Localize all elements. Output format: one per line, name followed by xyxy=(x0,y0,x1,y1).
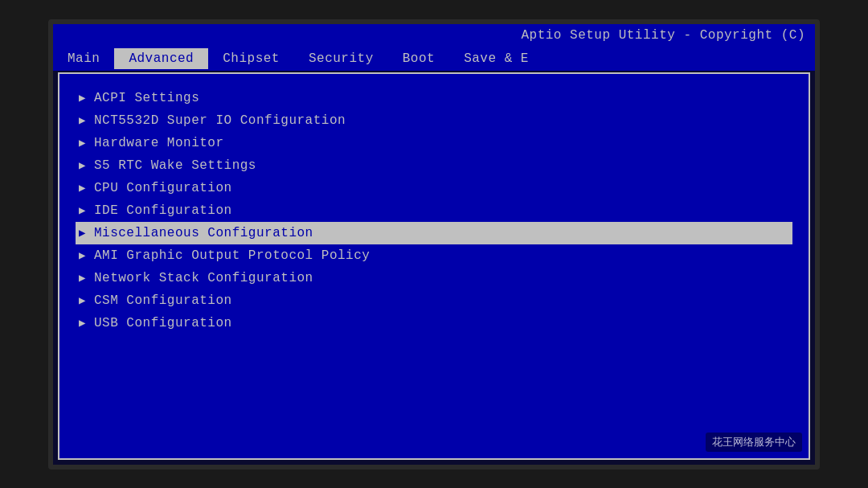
menu-item-label: Network Stack Configuration xyxy=(94,271,313,285)
arrow-icon: ▶ xyxy=(79,136,86,150)
arrow-icon: ▶ xyxy=(79,91,86,105)
menu-item[interactable]: ▶Hardware Monitor xyxy=(76,132,792,154)
nav-item-boot[interactable]: Boot xyxy=(388,48,449,69)
content-area: ▶ACPI Settings▶NCT5532D Super IO Configu… xyxy=(58,72,810,460)
nav-item-security[interactable]: Security xyxy=(294,48,388,69)
arrow-icon: ▶ xyxy=(79,316,86,330)
menu-item[interactable]: ▶Network Stack Configuration xyxy=(76,267,792,289)
menu-item[interactable]: ▶IDE Configuration xyxy=(76,199,792,222)
menu-item-label: AMI Graphic Output Protocol Policy xyxy=(94,248,370,263)
arrow-icon: ▶ xyxy=(79,248,86,262)
menu-item[interactable]: ▶AMI Graphic Output Protocol Policy xyxy=(76,244,792,267)
menu-item[interactable]: ▶CPU Configuration xyxy=(76,177,792,199)
menu-item-label: Miscellaneous Configuration xyxy=(94,226,313,240)
arrow-icon: ▶ xyxy=(79,226,86,240)
menu-item[interactable]: ▶ACPI Settings xyxy=(76,87,792,109)
arrow-icon: ▶ xyxy=(79,271,86,285)
monitor-frame: Aptio Setup Utility - Copyright (C) Main… xyxy=(48,19,820,470)
menu-item-label: S5 RTC Wake Settings xyxy=(94,158,256,173)
nav-bar: MainAdvancedChipsetSecurityBootSave & E xyxy=(53,47,815,71)
watermark: 花王网络服务中心 xyxy=(706,433,802,452)
watermark-text: 花王网络服务中心 xyxy=(712,436,796,448)
menu-item-label: CSM Configuration xyxy=(94,293,232,308)
menu-item[interactable]: ▶USB Configuration xyxy=(76,312,792,334)
menu-item[interactable]: ▶CSM Configuration xyxy=(76,289,792,312)
menu-item[interactable]: ▶Miscellaneous Configuration xyxy=(76,222,792,244)
menu-item-label: Hardware Monitor xyxy=(94,136,224,150)
arrow-icon: ▶ xyxy=(79,113,86,127)
arrow-icon: ▶ xyxy=(79,181,86,195)
arrow-icon: ▶ xyxy=(79,293,86,307)
nav-item-chipset[interactable]: Chipset xyxy=(208,48,294,69)
nav-item-main[interactable]: Main xyxy=(53,48,114,69)
menu-item[interactable]: ▶NCT5532D Super IO Configuration xyxy=(76,109,792,132)
menu-item-label: NCT5532D Super IO Configuration xyxy=(94,113,346,128)
menu-item-label: CPU Configuration xyxy=(94,181,232,195)
title-bar: Aptio Setup Utility - Copyright (C) xyxy=(53,24,815,47)
nav-item-save-&-e[interactable]: Save & E xyxy=(449,48,543,69)
menu-item-label: USB Configuration xyxy=(94,316,232,330)
nav-item-advanced[interactable]: Advanced xyxy=(114,48,208,69)
arrow-icon: ▶ xyxy=(79,203,86,217)
arrow-icon: ▶ xyxy=(79,158,86,172)
title-text: Aptio Setup Utility - Copyright (C) xyxy=(521,28,805,43)
menu-item[interactable]: ▶S5 RTC Wake Settings xyxy=(76,154,792,177)
menu-item-label: IDE Configuration xyxy=(94,203,232,218)
menu-item-label: ACPI Settings xyxy=(94,91,199,105)
